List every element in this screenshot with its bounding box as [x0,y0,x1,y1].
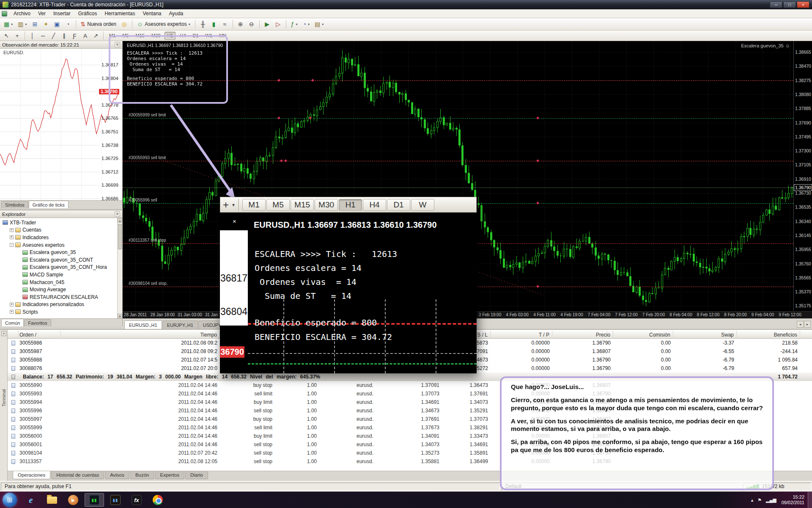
close-icon[interactable]: × [115,42,120,47]
taskbar-fx-app[interactable]: fx [127,493,146,507]
toolbar-indicators-list[interactable]: ƒ▾ [289,19,300,29]
terminal-tab-operaciones[interactable]: Operaciones [13,471,50,479]
toolbar-strategy-tester-toggle[interactable]: ◔ [63,19,73,29]
navigator-scrollbar[interactable]: ▲ ▼ [117,218,122,318]
menu-ayuda[interactable]: Ayuda [165,10,187,17]
taskbar-chrome[interactable] [148,493,167,507]
close-icon[interactable]: × [115,211,120,217]
tree-item-escalera-guevon-35[interactable]: Escalera guevon_35 [0,248,117,256]
tree-expander-icon[interactable]: - [10,243,14,247]
tree-expander-icon[interactable]: + [10,228,14,232]
tree-item-indicadores[interactable]: +Indicadores [0,234,117,241]
column-header-tp[interactable]: T / P [491,331,552,339]
tab-com-n[interactable]: Común [1,319,24,326]
column-header-tiempo[interactable]: Tiempo [61,331,220,339]
timeframe-d1[interactable]: D1 [190,32,201,40]
close-icon[interactable]: × [1,331,6,336]
toolbar-arrows-tool[interactable]: ↗ [91,31,101,40]
toolbar-new-order[interactable]: ⇅Nueva orden [79,19,118,29]
tree-item-cuentas[interactable]: +Cuentas [0,226,117,234]
action-center-icon[interactable]: ⚑ [757,497,762,503]
column-header-precio2[interactable]: Precio [552,331,613,339]
menu-ver[interactable]: Ver [34,10,49,17]
close-icon[interactable]: × [233,218,236,225]
menu-archivo[interactable]: Archivo [10,10,34,17]
chart-tabs-scroll-left[interactable]: ◂ [797,321,804,328]
timeframe-m5[interactable]: M5 [120,32,131,40]
tree-item-macd-sample[interactable]: MACD Sample [0,271,117,279]
taskbar-internet-explorer[interactable]: e [21,493,41,507]
timeframe-h4[interactable]: H4 [177,32,188,40]
tree-expander-icon[interactable]: + [10,303,14,306]
tree-item-escalera-guevon-35-cont-hora[interactable]: Escalera guevon_35_CONT_Hora [0,264,117,271]
tree-item-moving-average[interactable]: Moving Average [0,286,117,293]
scrollbar-thumb[interactable] [118,224,122,249]
toolbar-new-chart[interactable]: ▦▾ [2,19,15,29]
toolbar-trendline-tool[interactable]: ╱ [49,31,58,40]
menu-gr-ficos[interactable]: Gráficos [74,10,101,17]
toolbar-navigator-toggle[interactable]: ✦ [41,19,51,29]
toolbar-fibonacci-tool[interactable]: Ƒ [70,31,80,40]
network-icon[interactable]: ▂▄▆ [766,497,776,503]
tab-favoritos[interactable]: Favoritos [24,319,51,326]
toolbar-channel-tool[interactable]: ∥ [59,31,69,40]
chart-tabs-scroll-right[interactable]: ▸ [804,321,811,328]
tree-item-escalera-guevon-35-cont[interactable]: Escalera guevon_35_CONT [0,256,117,264]
terminal-tab-buz-n[interactable]: Buzón [130,471,154,479]
taskbar-clock[interactable]: 15:22 09/02/2011 [778,494,808,505]
menu-herramientas[interactable]: Herramientas [101,10,139,17]
tab-gr-fico-de-ticks[interactable]: Gráfico de ticks [29,201,69,208]
taskbar-xtb-trader[interactable]: ▮▮ [85,493,104,507]
timeframe-m1[interactable]: M1 [107,32,118,40]
toolbar-chart-candles[interactable]: ▮ [209,19,219,29]
timeframe-mn[interactable]: MN [217,32,229,40]
toolbar-zoom-in[interactable]: ⊕ [236,19,246,29]
tree-item-asesores-expertos[interactable]: -Asesores expertos [0,241,117,249]
terminal-tab-historial-de-cuentas[interactable]: Historial de cuentas [51,471,104,479]
tick-chart-canvas[interactable] [0,49,122,200]
timeframe-h1[interactable]: H1 [165,32,176,40]
toolbar-cursor-tool[interactable]: ↖ [2,31,11,40]
timeframe-m30[interactable]: M30 [149,32,163,40]
minimize-button[interactable]: ─ [770,1,782,8]
toolbar-vertical-line-tool[interactable]: │ [27,31,37,40]
toolbar-profiles[interactable]: ▥▾ [16,19,29,29]
toolbar-terminal-toggle[interactable]: ▣ [52,19,62,29]
taskbar-metatrader[interactable]: ▮▮ [106,493,125,507]
terminal-tab-avisos[interactable]: Avisos [105,471,129,479]
column-header-beneficios[interactable]: Beneficios [737,331,800,339]
toolbar-chart-bars[interactable]: ╫ [198,19,208,29]
tab-s-mbolos[interactable]: Símbolos [1,201,28,208]
tree-expander-icon[interactable]: + [10,235,14,239]
toolbar-templates[interactable]: ▤▾ [313,19,326,29]
timeframe-m15[interactable]: M15 [133,32,147,40]
hidden-icons-icon[interactable]: ▴ [751,497,754,503]
chart-tab-eurjpy-h1[interactable]: EURJPY.,H1 [162,320,198,329]
show-desktop-button[interactable] [808,492,812,508]
toolbar-history-center[interactable]: ◎ [119,19,129,29]
toolbar-crosshair-tool[interactable]: + [12,31,22,40]
column-header-swap[interactable]: Swap [673,331,737,339]
toolbar-horizontal-line-tool[interactable]: ─ [38,31,48,40]
toolbar-zoom-out[interactable]: ⊖ [247,19,257,29]
tree-item-machacon-045[interactable]: Machacon_045 [0,279,117,286]
menu-insertar[interactable]: Insertar [49,10,74,17]
taskbar-media-player[interactable]: ▶ [63,493,83,507]
toolbar-auto-scroll[interactable]: ▶ [262,19,272,29]
terminal-tab-diario[interactable]: Diario [185,471,208,479]
column-header-comision[interactable]: Comisión [613,331,673,339]
column-header-orden[interactable]: Orden / [19,331,61,339]
scroll-up-icon[interactable]: ▲ [118,218,122,223]
tree-item-scripts[interactable]: +Scripts [0,308,117,316]
tree-expander-icon[interactable]: + [10,310,14,314]
tree-item-xtb-trader[interactable]: XTB-Trader [0,219,117,226]
toolbar-chart-line[interactable]: ≈ [220,19,230,29]
tree-item-restauracion-escalera[interactable]: RESTAURACION ESCALERA [0,293,117,301]
close-button[interactable]: × [797,1,809,8]
start-button[interactable]: ⊞ [3,493,17,507]
terminal-tab-expertos[interactable]: Expertos [155,471,184,479]
maximize-button[interactable]: □ [783,1,796,8]
tree-item-indicadores-personalizados[interactable]: +Indicadores personalizados [0,301,117,309]
toolbar-periods[interactable]: ◔▾ [300,19,311,29]
timeframe-w1[interactable]: W1 [203,32,215,40]
